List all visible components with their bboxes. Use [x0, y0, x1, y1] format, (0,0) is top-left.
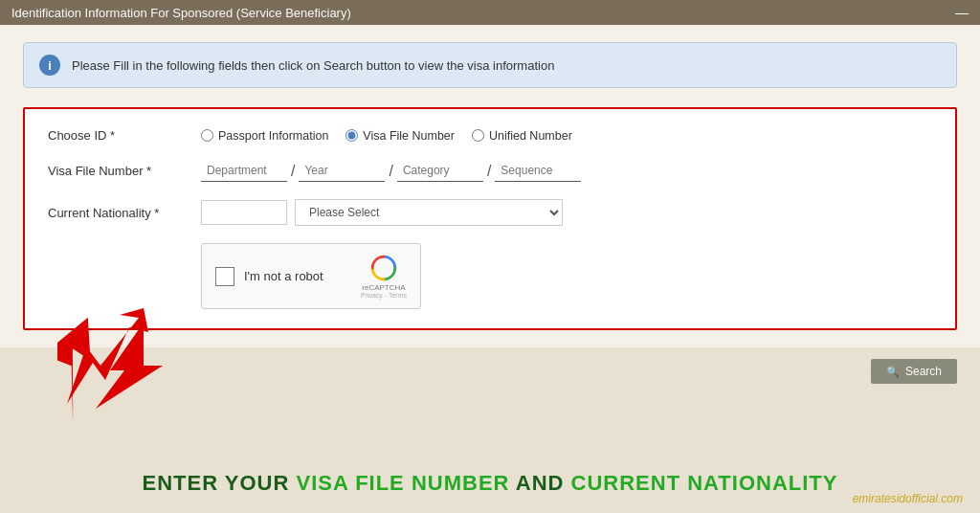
website-text: emiratesidofficial.com [853, 492, 963, 505]
visafile-radio-label: Visa File Number [363, 129, 455, 143]
separator-1: / [291, 163, 295, 180]
sequence-input[interactable] [495, 160, 581, 182]
caption-part1: ENTER YOUR [143, 471, 297, 495]
window-title: Identification Information For Sponsored… [11, 6, 351, 20]
info-banner: i Please Fill in the following fields th… [23, 42, 957, 88]
arrow-svg [53, 303, 167, 418]
unified-radio-item[interactable]: Unified Number [472, 129, 572, 143]
nationality-select[interactable]: Please Select [295, 199, 563, 226]
recaptcha-label: I'm not a robot [244, 269, 323, 283]
unified-radio-label: Unified Number [489, 129, 572, 143]
recaptcha-logo: reCAPTCHA Privacy - Terms [361, 254, 407, 299]
nationality-code-input[interactable] [201, 200, 287, 225]
form-container: Choose ID * Passport Information Visa Fi… [23, 107, 957, 330]
passport-radio-item[interactable]: Passport Information [201, 129, 328, 143]
info-message: Please Fill in the following fields then… [72, 58, 554, 73]
info-icon: i [39, 55, 60, 76]
recaptcha-checkbox[interactable] [215, 267, 234, 286]
search-icon: 🔍 [886, 366, 900, 378]
recaptcha-box[interactable]: I'm not a robot reCAPTCHA Privacy - Term… [201, 243, 421, 309]
title-bar: Identification Information For Sponsored… [0, 0, 980, 25]
recaptcha-brand: reCAPTCHA [362, 283, 405, 292]
choose-id-label: Choose ID * [48, 128, 201, 143]
year-input[interactable] [299, 160, 385, 182]
nationality-row: Current Nationality * Please Select [48, 199, 932, 226]
svg-marker-3 [67, 308, 148, 404]
main-content: i Please Fill in the following fields th… [0, 25, 980, 347]
visa-file-label: Visa File Number * [48, 164, 201, 178]
passport-radio-label: Passport Information [218, 129, 328, 143]
visafile-radio[interactable] [345, 129, 358, 142]
search-button[interactable]: 🔍 Search [871, 359, 957, 384]
id-type-radio-group: Passport Information Visa File Number Un… [201, 129, 572, 143]
separator-3: / [487, 163, 491, 180]
captcha-row: I'm not a robot reCAPTCHA Privacy - Term… [48, 243, 932, 309]
nationality-label: Current Nationality * [48, 206, 201, 220]
recaptcha-privacy: Privacy - Terms [361, 292, 407, 299]
unified-radio[interactable] [472, 129, 484, 142]
passport-radio[interactable] [201, 129, 213, 142]
caption-part3: AND [509, 471, 570, 495]
choose-id-row: Choose ID * Passport Information Visa Fi… [48, 128, 932, 143]
caption-part2: VISA FILE NUMBER [296, 471, 509, 495]
category-input[interactable] [397, 160, 483, 182]
recaptcha-icon [369, 254, 398, 282]
bottom-caption: ENTER YOUR VISA FILE NUMBER AND CURRENT … [143, 471, 838, 496]
visa-fields-group: / / / [201, 160, 932, 182]
caption-part4: CURRENT NATIONALITY [571, 471, 838, 495]
search-button-label: Search [905, 365, 942, 378]
minimize-button[interactable]: — [955, 5, 969, 20]
visa-file-row: Visa File Number * / / / [48, 160, 932, 182]
separator-2: / [389, 163, 392, 180]
red-arrow-wrapper [53, 303, 167, 422]
department-input[interactable] [201, 160, 287, 182]
visafile-radio-item[interactable]: Visa File Number [345, 129, 455, 143]
